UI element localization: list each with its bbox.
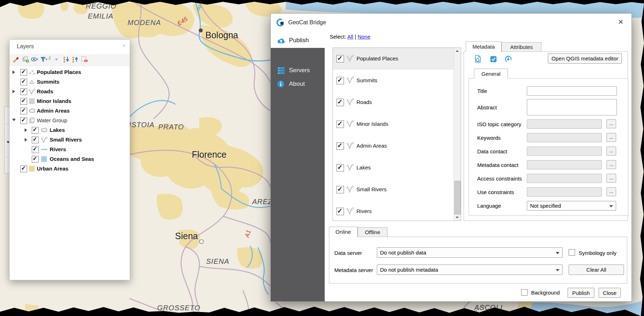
tab-offline[interactable]: Offline (358, 227, 388, 237)
layer-row-oceans-and-seas[interactable]: ✓ Oceans and Seas (10, 154, 130, 164)
layer-label[interactable]: Minor Islands (37, 98, 71, 104)
style-brush-icon[interactable] (12, 56, 19, 63)
scroll-down-icon[interactable] (454, 214, 461, 221)
list-item-lakes[interactable]: ✓ Lakes (333, 157, 454, 179)
data-server-select[interactable]: Do not publish data (377, 247, 563, 258)
metadata-server-select[interactable]: Do not publish metadata (377, 265, 563, 275)
list-item-admin-areas[interactable]: ✓ Admin Areas (333, 135, 454, 157)
layer-checkbox[interactable]: ✓ (20, 108, 27, 114)
keywords-input[interactable] (527, 133, 602, 142)
background-checkbox[interactable] (521, 289, 528, 296)
collapse-all-icon[interactable] (72, 56, 79, 63)
sidebar-item-about[interactable]: About (271, 77, 325, 91)
layer-label[interactable]: Oceans and Seas (50, 156, 94, 162)
layer-checkbox[interactable]: ✓ (336, 55, 344, 63)
layer-checkbox[interactable]: ✓ (336, 99, 344, 106)
layer-checkbox[interactable]: ✓ (336, 77, 344, 84)
layer-checkbox[interactable]: ✓ (336, 186, 344, 193)
tab-metadata[interactable]: Metadata (466, 41, 501, 52)
layer-label[interactable]: Roads (37, 88, 53, 94)
data-contact-more-button[interactable]: ... (606, 147, 616, 155)
abstract-input[interactable] (527, 99, 617, 115)
layer-row-small-rivers[interactable]: ✓ Small Rivers (10, 135, 130, 145)
iso-topic-category-more-button[interactable]: ... (606, 119, 616, 128)
layer-checkbox[interactable]: ✓ (32, 127, 39, 134)
layer-label[interactable]: Summits (37, 79, 59, 85)
keywords-more-button[interactable]: ... (606, 133, 616, 142)
expander-icon[interactable] (25, 128, 27, 132)
layer-label[interactable]: Admin Areas (37, 108, 70, 114)
scrollbar-thumb[interactable] (454, 181, 461, 214)
add-group-icon[interactable] (22, 56, 29, 63)
preview-metadata-icon[interactable] (474, 55, 482, 63)
expression-dropdown-icon[interactable] (55, 59, 58, 60)
expander-icon[interactable] (13, 90, 15, 93)
open-qgis-metadata-editor-button[interactable]: Open QGIS metadata editor (548, 53, 622, 64)
access-constraints-more-button[interactable]: ... (606, 174, 616, 183)
remove-layer-icon[interactable] (81, 56, 88, 63)
layer-checkbox[interactable]: ✓ (336, 208, 344, 215)
select-all-link[interactable]: All (347, 34, 353, 40)
expander-icon[interactable] (13, 70, 15, 74)
tab-general[interactable]: General (474, 69, 508, 79)
layer-checkbox[interactable]: ✓ (336, 142, 344, 150)
use-constraints-input[interactable] (527, 187, 602, 197)
load-metadata-icon[interactable] (504, 55, 512, 63)
title-input[interactable] (527, 86, 617, 96)
layer-row-lakes[interactable]: ✓ Lakes (10, 125, 130, 135)
use-constraints-more-button[interactable]: ... (606, 187, 616, 196)
clear-all-button[interactable]: Clear All (569, 265, 624, 275)
list-item-roads[interactable]: ✓ Roads (333, 92, 454, 113)
list-item-small-rivers[interactable]: ✓ Small Rivers (333, 179, 454, 201)
expand-all-icon[interactable] (63, 56, 70, 63)
expander-icon[interactable] (12, 119, 16, 121)
layer-checkbox[interactable]: ✓ (20, 88, 27, 95)
layer-row-populated-places[interactable]: ✓ Populated Places (10, 68, 130, 77)
layer-checkbox[interactable]: ✓ (20, 79, 27, 85)
tab-online[interactable]: Online (329, 227, 358, 237)
layer-checkbox[interactable]: ✓ (32, 156, 39, 163)
map-themes-dropdown-icon[interactable] (36, 59, 39, 60)
layer-checkbox[interactable]: ✓ (20, 166, 27, 172)
list-item-summits[interactable]: ✓ Summits (333, 70, 454, 92)
group-checkbox[interactable]: ✓ (20, 117, 27, 124)
layer-label[interactable]: Lakes (50, 127, 65, 133)
metadata-contact-more-button[interactable]: ... (606, 160, 616, 169)
layer-row-urban-areas[interactable]: ✓ Urban Areas (10, 164, 130, 174)
iso-topic-category-input[interactable] (527, 119, 602, 129)
layer-list-scrollbar[interactable] (454, 48, 461, 221)
sidebar-item-publish[interactable]: Publish (271, 34, 325, 47)
layers-panel-close-icon[interactable]: ✕ (121, 43, 126, 49)
layer-checkbox[interactable]: ✓ (32, 146, 39, 153)
sidebar-item-servers[interactable]: Servers (271, 64, 325, 77)
publish-button[interactable]: Publish (568, 288, 594, 298)
layer-checkbox[interactable]: ✓ (336, 120, 344, 128)
layer-checkbox[interactable]: ✓ (20, 98, 27, 105)
data-contact-input[interactable] (527, 147, 602, 156)
list-item-minor-islands[interactable]: ✓ Minor Islands (333, 113, 454, 135)
scroll-up-icon[interactable] (454, 48, 461, 54)
metadata-contact-input[interactable] (527, 160, 602, 169)
group-label[interactable]: Water Group (37, 117, 67, 123)
layer-checkbox[interactable]: ✓ (336, 164, 344, 172)
language-select[interactable]: Not specified (527, 201, 616, 211)
select-none-link[interactable]: None (358, 34, 370, 40)
layer-row-minor-islands[interactable]: ✓ Minor Islands (10, 97, 130, 106)
list-item-populated-places[interactable]: ✓ Populated Places (333, 48, 454, 70)
access-constraints-input[interactable] (527, 174, 602, 183)
validate-metadata-icon[interactable] (489, 55, 497, 63)
layer-row-water-group[interactable]: ✓ Water Group (10, 116, 130, 125)
layer-checkbox[interactable]: ✓ (20, 69, 27, 76)
close-button[interactable]: Close (599, 288, 621, 298)
layer-row-roads[interactable]: ✓ Roads (10, 87, 130, 97)
dialog-close-icon[interactable]: ✕ (618, 18, 624, 26)
layer-label[interactable]: Small Rivers (50, 137, 82, 143)
tab-attributes[interactable]: Attributes (501, 42, 541, 52)
layer-label[interactable]: Urban Areas (37, 166, 69, 172)
layer-checkbox[interactable]: ✓ (32, 137, 39, 143)
layer-row-summits[interactable]: ✓ Summits (10, 77, 130, 87)
expander-icon[interactable] (25, 138, 27, 142)
layer-row-rivers[interactable]: ✓ Rivers (10, 145, 130, 154)
list-item-rivers[interactable]: ✓ Rivers (333, 201, 454, 222)
layer-row-admin-areas[interactable]: ✓ Admin Areas (10, 106, 130, 116)
